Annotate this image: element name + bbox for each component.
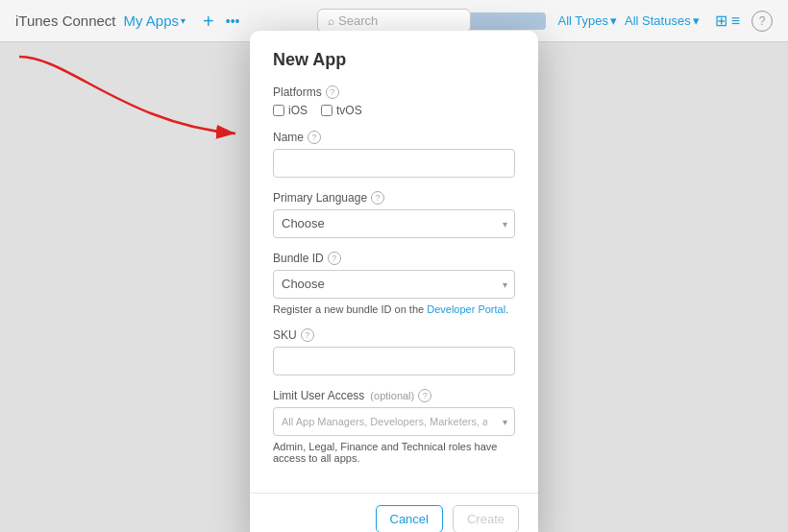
sku-input[interactable] <box>273 347 515 375</box>
name-label: Name ? <box>273 131 515 144</box>
ios-checkbox-label[interactable]: iOS <box>273 104 308 117</box>
modal-body: Platforms ? iOS tvOS <box>250 85 538 493</box>
help-button[interactable]: ? <box>751 11 773 32</box>
view-icons: ⊞ ≡ <box>715 12 740 30</box>
filter-group: All Types ▾ All Statuses ▾ <box>557 13 699 28</box>
cancel-button[interactable]: Cancel <box>376 505 443 533</box>
platforms-group: Platforms ? iOS tvOS <box>273 85 515 117</box>
primary-language-label: Primary Language ? <box>273 191 515 205</box>
primary-language-group: Primary Language ? Choose ▾ <box>273 191 515 238</box>
filter-statuses-button[interactable]: All Statuses ▾ <box>625 13 700 28</box>
platforms-label: Platforms ? <box>273 85 515 99</box>
filter-types-chevron: ▾ <box>610 13 617 28</box>
bundle-id-select-wrapper: Choose ▾ <box>273 270 515 299</box>
app-name: iTunes Connect <box>15 12 116 29</box>
platforms-row: iOS tvOS <box>273 104 515 117</box>
primary-language-select-wrapper: Choose ▾ <box>273 209 515 238</box>
header-right: All Types ▾ All Statuses ▾ ⊞ ≡ ? <box>450 11 773 32</box>
list-view-button[interactable]: ≡ <box>731 12 740 30</box>
name-input[interactable] <box>273 149 515 178</box>
bundle-id-label: Bundle ID ? <box>273 252 515 265</box>
ios-label: iOS <box>288 104 308 117</box>
limit-user-select-wrapper: All App Managers, Developers, Marketers,… <box>273 407 515 436</box>
modal-overlay: New App Platforms ? iOS <box>0 42 788 532</box>
ios-checkbox[interactable] <box>273 105 284 116</box>
developer-portal-link[interactable]: Developer Portal <box>427 303 505 315</box>
filter-types-label: All Types <box>557 13 608 28</box>
tvos-label: tvOS <box>336 104 362 117</box>
limit-user-select[interactable]: All App Managers, Developers, Marketers,… <box>273 407 515 436</box>
name-help-icon[interactable]: ? <box>308 131 321 144</box>
bundle-id-help-icon[interactable]: ? <box>328 252 341 265</box>
primary-language-select[interactable]: Choose <box>273 209 515 238</box>
my-apps-link[interactable]: My Apps ▾ <box>124 12 186 29</box>
header-actions: + ••• <box>201 12 239 31</box>
limit-user-help-icon[interactable]: ? <box>418 389 431 402</box>
grid-view-button[interactable]: ⊞ <box>715 12 727 30</box>
chevron-down-icon: ▾ <box>181 15 185 26</box>
sku-label: SKU ? <box>273 328 515 342</box>
modal-title: New App <box>273 50 515 70</box>
limit-user-access-label: Limit User Access (optional) ? <box>273 389 515 402</box>
name-group: Name ? <box>273 131 515 178</box>
new-app-modal: New App Platforms ? iOS <box>250 31 538 533</box>
bundle-id-helper-text: Register a new bundle ID on the Develope… <box>273 303 515 315</box>
bundle-id-group: Bundle ID ? Choose ▾ Register a new bund… <box>273 252 515 315</box>
platforms-help-icon[interactable]: ? <box>326 85 339 99</box>
tvos-checkbox-label[interactable]: tvOS <box>321 104 362 117</box>
search-icon: ⌕ <box>328 14 334 28</box>
modal-header: New App <box>250 31 538 70</box>
limit-user-access-group: Limit User Access (optional) ? All App M… <box>273 389 515 464</box>
create-button[interactable]: Create <box>453 505 519 533</box>
filter-statuses-label: All Statuses <box>625 13 691 28</box>
tvos-checkbox[interactable] <box>321 105 332 116</box>
header-left: iTunes Connect My Apps ▾ <box>15 12 185 29</box>
bundle-id-select[interactable]: Choose <box>273 270 515 299</box>
sku-group: SKU ? <box>273 328 515 375</box>
sku-help-icon[interactable]: ? <box>301 328 314 342</box>
optional-label: (optional) <box>370 390 414 401</box>
access-note: Admin, Legal, Finance and Technical role… <box>273 441 515 464</box>
add-button[interactable]: + <box>201 12 216 31</box>
my-apps-label: My Apps <box>124 12 180 29</box>
filter-types-button[interactable]: All Types ▾ <box>557 13 617 28</box>
more-button[interactable]: ••• <box>226 13 240 29</box>
filter-statuses-chevron: ▾ <box>693 13 700 28</box>
search-bar[interactable]: ⌕ Search <box>317 9 471 33</box>
search-placeholder-text: Search <box>338 13 378 28</box>
primary-language-help-icon[interactable]: ? <box>371 191 384 205</box>
modal-footer: Cancel Create <box>250 493 538 533</box>
content-area: New App Platforms ? iOS <box>0 42 788 532</box>
